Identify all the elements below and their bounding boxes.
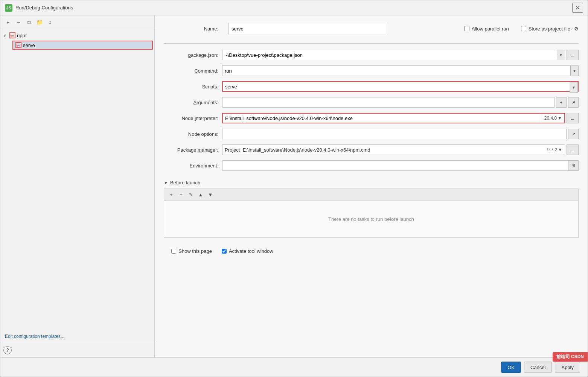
package-json-label: package.json:: [164, 52, 222, 58]
before-launch-add-button[interactable]: +: [167, 190, 175, 199]
close-button[interactable]: ✕: [572, 3, 583, 13]
package-manager-browse-button[interactable]: ...: [567, 144, 579, 155]
left-bottom: ?: [0, 343, 154, 357]
add-icon: +: [560, 100, 562, 105]
pkg-version-arrow[interactable]: ▼: [558, 147, 562, 152]
command-combo[interactable]: ▼: [222, 65, 579, 76]
expand-icon: ↗: [572, 100, 575, 105]
command-label: Command:: [164, 68, 222, 74]
apply-button[interactable]: Apply: [555, 362, 580, 373]
scripts-combo[interactable]: ▼: [222, 81, 579, 92]
command-input[interactable]: [222, 65, 570, 76]
name-field-label: Name:: [164, 26, 222, 32]
node-options-input[interactable]: [222, 129, 567, 139]
activate-tool-checkbox-label[interactable]: Activate tool window: [222, 248, 273, 254]
copy-config-button[interactable]: ⧉: [24, 18, 34, 27]
arguments-expand-button[interactable]: ↗: [568, 97, 579, 108]
before-launch-section: ▼ Before launch + − ✎ ▲: [164, 180, 579, 238]
titlebar-left: JS Run/Debug Configurations: [5, 4, 73, 12]
allow-parallel-checkbox[interactable]: [464, 26, 469, 31]
folder-icon: 📁: [37, 19, 43, 25]
remove-config-button[interactable]: −: [14, 18, 23, 27]
package-manager-label: Package manager:: [164, 147, 222, 153]
environment-input[interactable]: [222, 160, 568, 171]
command-row: Command: ▼: [164, 65, 579, 76]
name-input[interactable]: [228, 23, 386, 34]
environment-combo[interactable]: ⊞: [222, 160, 579, 171]
package-json-combo[interactable]: ▼: [222, 50, 565, 60]
package-json-input[interactable]: [222, 50, 557, 60]
activate-tool-label: Activate tool window: [229, 248, 273, 254]
right-panel: Name: Allow parallel run Store as projec…: [155, 15, 588, 357]
before-launch-down-button[interactable]: ▼: [206, 190, 215, 199]
bl-up-icon: ▲: [198, 192, 203, 198]
store-project-checkbox[interactable]: [521, 26, 526, 31]
package-manager-input[interactable]: [222, 144, 545, 155]
sort-icon: ↕: [49, 19, 52, 25]
folder-button[interactable]: 📁: [35, 18, 44, 27]
show-page-label: Show this page: [178, 248, 212, 254]
run-debug-dialog: JS Run/Debug Configurations ✕ + − ⧉ 📁: [0, 0, 588, 377]
tree-npm-item[interactable]: ∨ npm npm: [0, 31, 154, 40]
before-launch-arrow[interactable]: ▼: [164, 181, 168, 185]
scripts-label: Scripts:: [164, 84, 222, 90]
package-json-dropdown-arrow[interactable]: ▼: [557, 50, 565, 60]
main-layout: + − ⧉ 📁 ↕ ∨ np: [0, 15, 588, 357]
arguments-row: Arguments: + ↗: [164, 97, 579, 108]
bl-edit-icon: ✎: [189, 192, 193, 198]
command-dropdown-arrow[interactable]: ▼: [570, 65, 579, 76]
tree-serve-item[interactable]: npm serve: [12, 41, 153, 50]
store-project-checkbox-label[interactable]: Store as project file ⚙: [521, 26, 579, 32]
node-version-arrow[interactable]: ▼: [558, 116, 562, 121]
before-launch-edit-button[interactable]: ✎: [187, 190, 195, 199]
sort-button[interactable]: ↕: [46, 18, 55, 27]
serve-label: serve: [23, 43, 35, 48]
node-interpreter-browse-button[interactable]: ...: [567, 113, 579, 123]
table-icon: ⊞: [571, 163, 575, 168]
package-json-label-text: package.json:: [188, 52, 218, 58]
show-page-checkbox-label[interactable]: Show this page: [171, 248, 212, 254]
cancel-button[interactable]: Cancel: [524, 362, 552, 373]
before-launch-up-button[interactable]: ▲: [197, 190, 205, 199]
scripts-input[interactable]: [223, 82, 570, 91]
serve-icon: npm: [15, 42, 21, 48]
before-launch-remove-button[interactable]: −: [177, 190, 185, 199]
node-options-expand-button[interactable]: ↗: [568, 129, 579, 139]
package-manager-combo[interactable]: 9.7.2 ▼: [222, 144, 565, 155]
scripts-dropdown-arrow[interactable]: ▼: [570, 82, 578, 93]
node-interpreter-row: Node interpreter: 20.4.0 ▼ ...: [164, 113, 579, 123]
store-project-label: Store as project file: [529, 26, 570, 32]
help-button[interactable]: ?: [3, 346, 12, 354]
tree-npm-arrow: ∨: [3, 33, 8, 38]
npm-label: npm: [17, 33, 26, 38]
separator: [164, 43, 579, 44]
add-config-button[interactable]: +: [3, 18, 12, 27]
node-interpreter-label: Node interpreter:: [164, 116, 222, 121]
arguments-add-button[interactable]: +: [556, 97, 567, 108]
activate-tool-checkbox[interactable]: [222, 249, 227, 254]
dropdown-arrow-icon: ▼: [559, 53, 563, 57]
name-row: Name: Allow parallel run Store as projec…: [164, 23, 579, 34]
environment-table-button[interactable]: ⊞: [568, 160, 579, 171]
ok-button[interactable]: OK: [501, 362, 521, 373]
show-page-checkbox[interactable]: [171, 249, 176, 254]
config-tree[interactable]: ∨ npm npm npm serve: [0, 29, 154, 330]
environment-row: Environment: ⊞: [164, 160, 579, 171]
before-launch-header: ▼ Before launch: [164, 180, 579, 185]
command-arrow-icon: ▼: [573, 69, 576, 73]
arguments-label: Arguments:: [164, 100, 222, 105]
footer-row: Show this page Activate tool window: [164, 244, 579, 258]
help-icon: ?: [6, 348, 9, 353]
node-interpreter-input[interactable]: [223, 114, 542, 123]
allow-parallel-label: Allow parallel run: [472, 26, 509, 32]
before-launch-label: Before launch: [170, 180, 200, 185]
edit-config-link[interactable]: Edit configuration templates...: [0, 330, 154, 343]
node-options-row: Node options: ↗: [164, 129, 579, 139]
allow-parallel-checkbox-label[interactable]: Allow parallel run: [464, 26, 509, 32]
node-options-expand-icon: ↗: [572, 132, 575, 137]
dialog-title: Run/Debug Configurations: [15, 5, 73, 11]
arguments-input[interactable]: [222, 97, 554, 108]
package-json-browse-button[interactable]: ...: [567, 50, 579, 60]
npm-icon: npm: [9, 32, 15, 38]
node-interpreter-combo[interactable]: 20.4.0 ▼: [222, 113, 565, 123]
